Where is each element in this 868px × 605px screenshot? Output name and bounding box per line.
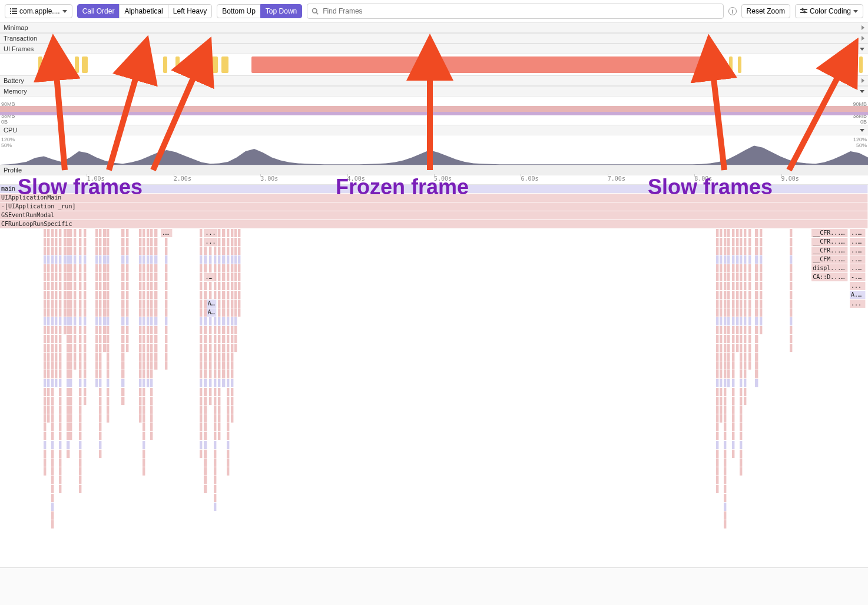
flame-frame[interactable] xyxy=(748,247,751,255)
flame-frame[interactable] xyxy=(740,238,743,246)
flame-frame[interactable] xyxy=(44,397,47,405)
flame-frame[interactable] xyxy=(760,264,763,272)
flame-frame[interactable] xyxy=(790,308,793,317)
flame-frame[interactable] xyxy=(84,335,87,343)
flame-frame[interactable] xyxy=(139,317,142,325)
flame-frame[interactable] xyxy=(234,264,237,272)
flame-frame[interactable] xyxy=(755,317,758,325)
flame-frame[interactable] xyxy=(99,423,102,431)
flame-frame[interactable] xyxy=(200,317,203,325)
slow-frame-bar[interactable] xyxy=(163,56,167,73)
flame-frame[interactable] xyxy=(103,229,106,237)
flame-frame[interactable] xyxy=(748,291,751,299)
flame-frame[interactable] xyxy=(121,300,124,308)
flame-frame[interactable] xyxy=(154,300,157,308)
flame-frame[interactable] xyxy=(69,432,72,440)
flame-frame[interactable] xyxy=(165,361,168,370)
flame-frame[interactable] xyxy=(44,388,47,396)
flame-frame[interactable] xyxy=(740,264,743,272)
flame-frame[interactable] xyxy=(218,432,221,440)
flame-frame[interactable] xyxy=(150,282,153,290)
flame-frame[interactable] xyxy=(231,317,234,325)
flame-frame[interactable] xyxy=(99,229,102,237)
flame-frame[interactable] xyxy=(126,335,129,343)
flame-frame[interactable] xyxy=(748,361,751,370)
flame-frame[interactable] xyxy=(790,273,793,281)
flame-frame[interactable] xyxy=(716,247,719,255)
flame-frame[interactable] xyxy=(724,291,727,299)
flame-frame[interactable] xyxy=(209,388,212,396)
flame-frame[interactable] xyxy=(736,282,739,290)
flame-frame[interactable] xyxy=(222,353,225,361)
flame-frame[interactable]: GSEventRunModal xyxy=(0,211,868,220)
slow-frame-bar[interactable] xyxy=(143,56,147,73)
flame-frame[interactable] xyxy=(139,308,142,317)
flame-frame[interactable] xyxy=(222,282,225,290)
flame-frame[interactable] xyxy=(740,467,743,476)
flame-frame[interactable] xyxy=(150,353,153,361)
flame-frame[interactable] xyxy=(234,238,237,246)
flame-frame[interactable] xyxy=(720,414,723,423)
flame-frame[interactable] xyxy=(74,326,77,334)
flame-frame[interactable] xyxy=(99,370,102,378)
flame-frame[interactable] xyxy=(64,282,67,290)
flame-frame[interactable] xyxy=(227,300,230,308)
flame-frame[interactable] xyxy=(79,485,82,493)
slow-frame-bar[interactable] xyxy=(75,56,79,73)
flame-frame[interactable] xyxy=(95,300,98,308)
flame-frame[interactable] xyxy=(147,344,150,352)
flame-frame[interactable] xyxy=(103,317,106,325)
flame-frame[interactable] xyxy=(724,379,727,387)
flame-frame[interactable] xyxy=(99,300,102,308)
flame-frame[interactable] xyxy=(238,247,241,255)
flame-frame[interactable] xyxy=(69,247,72,255)
flame-frame[interactable] xyxy=(95,282,98,290)
flame-frame[interactable] xyxy=(64,326,67,334)
flame-frame[interactable] xyxy=(64,247,67,255)
flame-frame[interactable] xyxy=(150,405,153,414)
flame-frame[interactable] xyxy=(204,423,207,431)
flame-frame[interactable] xyxy=(740,317,743,325)
flame-frame[interactable] xyxy=(59,432,62,440)
flame-frame[interactable] xyxy=(84,344,87,352)
flame-frame[interactable] xyxy=(716,414,719,423)
flame-frame[interactable] xyxy=(165,282,168,290)
flame-frame[interactable] xyxy=(59,255,62,264)
flame-frame[interactable] xyxy=(121,229,124,237)
flame-frame[interactable] xyxy=(200,423,203,431)
cpu-body[interactable]: 120% 50% 120% 50% xyxy=(0,135,868,165)
flame-frame[interactable] xyxy=(740,458,743,467)
flame-frame[interactable] xyxy=(744,388,747,396)
flame-frame[interactable] xyxy=(165,264,168,272)
flame-frame[interactable] xyxy=(99,317,102,325)
flame-frame[interactable] xyxy=(740,379,743,387)
flame-frame[interactable] xyxy=(716,344,719,352)
flame-frame[interactable] xyxy=(84,273,87,281)
flame-frame[interactable] xyxy=(84,361,87,370)
flame-frame[interactable] xyxy=(218,353,221,361)
flame-frame[interactable] xyxy=(69,255,72,264)
flame-frame[interactable] xyxy=(55,282,58,290)
flame-frame[interactable] xyxy=(154,273,157,281)
flame-frame[interactable] xyxy=(69,326,72,334)
flame-frame[interactable] xyxy=(47,291,50,299)
flame-frame[interactable] xyxy=(214,503,217,511)
flame-frame[interactable] xyxy=(51,441,54,449)
flame-frame[interactable] xyxy=(724,476,727,484)
flame-frame[interactable] xyxy=(218,423,221,431)
flame-frame[interactable] xyxy=(107,335,110,343)
flame-frame[interactable] xyxy=(222,247,225,255)
flame-frame[interactable] xyxy=(744,370,747,378)
flame-frame[interactable] xyxy=(99,388,102,396)
flame-frame[interactable] xyxy=(44,441,47,449)
flame-frame[interactable] xyxy=(716,282,719,290)
flame-frame[interactable] xyxy=(760,282,763,290)
call-order-button[interactable]: Call Order xyxy=(77,4,120,18)
flame-frame[interactable] xyxy=(209,291,212,299)
slow-frame-bar[interactable] xyxy=(55,56,64,73)
flame-frame[interactable] xyxy=(740,308,743,317)
flame-frame[interactable] xyxy=(95,353,98,361)
flame-frame[interactable] xyxy=(716,229,719,237)
flame-frame[interactable] xyxy=(55,229,58,237)
flame-frame[interactable] xyxy=(744,326,747,334)
